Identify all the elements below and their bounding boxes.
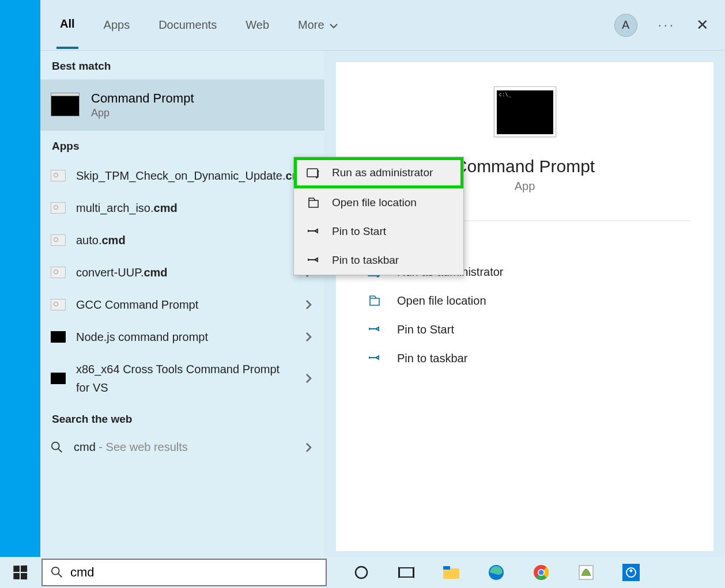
script-icon <box>51 234 66 246</box>
app-result[interactable]: auto.cmd <box>40 224 324 256</box>
app-result-label: Node.js command prompt <box>76 328 292 346</box>
folder-icon <box>368 294 383 307</box>
app-result[interactable]: convert-UUP.cmd <box>40 256 324 289</box>
preview-pane: Command Prompt App Open Run as administr… <box>336 62 713 551</box>
tab-more-label: More <box>298 18 324 32</box>
options-button[interactable]: ··· <box>658 18 675 33</box>
taskbar-explorer-icon[interactable] <box>442 563 460 582</box>
context-menu-item[interactable]: Pin to Start <box>294 217 463 246</box>
app-result-label: convert-UUP.cmd <box>76 263 292 282</box>
tab-documents[interactable]: Documents <box>155 2 220 48</box>
context-menu-label: Run as administrator <box>332 166 433 179</box>
chevron-right-icon <box>303 441 314 454</box>
search-icon <box>51 566 63 579</box>
results-column: Best match Command Prompt App Apps Skip_… <box>40 51 324 557</box>
preview-action-label: Pin to Start <box>397 323 454 336</box>
pin-icon <box>307 225 320 238</box>
tab-bar: All Apps Documents Web More A ··· ✕ <box>40 0 725 51</box>
taskbar-notepadpp-icon[interactable] <box>577 563 595 582</box>
search-icon <box>51 441 63 454</box>
app-result[interactable]: x86_x64 Cross Tools Command Prompt for V… <box>40 353 324 404</box>
context-menu-label: Pin to Start <box>332 225 386 238</box>
app-result[interactable]: GCC Command Prompt <box>40 289 324 321</box>
best-match-result[interactable]: Command Prompt App <box>40 79 324 131</box>
svg-rect-10 <box>443 566 450 570</box>
cmd-icon <box>51 373 66 384</box>
tab-all[interactable]: All <box>56 1 78 49</box>
script-icon <box>51 299 66 310</box>
preview-app-icon <box>494 86 556 137</box>
context-menu-label: Open file location <box>332 196 417 209</box>
taskbar <box>0 557 725 588</box>
app-result[interactable]: multi_arch_iso.cmd <box>40 192 324 224</box>
taskbar-search-box[interactable] <box>41 559 327 586</box>
script-icon <box>51 267 66 278</box>
preview-action[interactable]: Open file location <box>367 294 682 308</box>
preview-action[interactable]: Pin to Start <box>367 323 682 336</box>
chevron-right-icon <box>303 298 314 311</box>
web-result[interactable]: cmd - See web results <box>40 433 324 462</box>
web-result-label: cmd - See web results <box>74 441 292 454</box>
preview-title: Command Prompt <box>455 157 595 176</box>
svg-point-5 <box>356 567 367 578</box>
section-best-match: Best match <box>40 51 324 79</box>
section-apps: Apps <box>40 131 324 160</box>
chevron-right-icon <box>303 331 314 343</box>
pin-icon <box>368 323 383 336</box>
section-web: Search the web <box>40 404 324 433</box>
cmd-icon <box>51 94 80 116</box>
preview-action-label: Pin to taskbar <box>397 352 467 365</box>
context-menu-item[interactable]: Open file location <box>294 188 463 217</box>
best-match-title: Command Prompt <box>91 91 194 106</box>
admin-icon <box>307 166 320 179</box>
taskbar-chrome-icon[interactable] <box>532 563 550 582</box>
app-result-label: GCC Command Prompt <box>76 295 292 314</box>
taskbar-edge-icon[interactable] <box>487 563 505 582</box>
app-result-label: Skip_TPM_Check_on_Dynamic_Update.cmd <box>76 166 309 185</box>
svg-rect-9 <box>443 568 459 579</box>
taskbar-taskview-icon[interactable] <box>397 563 416 582</box>
folder-icon <box>307 196 320 209</box>
tab-more[interactable]: More <box>294 2 342 48</box>
taskbar-app-icon[interactable] <box>622 563 640 582</box>
start-search-panel: All Apps Documents Web More A ··· ✕ Best… <box>40 0 725 557</box>
context-menu: Run as administrator Open file location … <box>293 157 464 275</box>
taskbar-cortana-icon[interactable] <box>352 563 371 582</box>
search-input[interactable] <box>70 565 318 580</box>
chevron-right-icon <box>303 372 314 385</box>
context-menu-item[interactable]: Run as administrator <box>294 157 463 188</box>
chevron-down-icon <box>328 20 338 31</box>
svg-point-16 <box>539 570 544 575</box>
pin-icon <box>368 352 383 365</box>
preview-subtitle: App <box>515 180 535 193</box>
tab-web[interactable]: Web <box>242 2 273 48</box>
start-button[interactable] <box>0 557 40 588</box>
app-result-label: auto.cmd <box>76 231 292 249</box>
preview-action[interactable]: Pin to taskbar <box>367 351 682 365</box>
avatar[interactable]: A <box>614 14 637 37</box>
script-icon <box>51 170 66 181</box>
windows-logo-icon <box>13 566 27 579</box>
close-button[interactable]: ✕ <box>696 16 709 34</box>
pin-icon <box>307 254 320 267</box>
best-match-subtitle: App <box>91 107 194 119</box>
preview-action-label: Open file location <box>397 294 486 308</box>
cmd-icon <box>51 331 66 343</box>
app-result[interactable]: Skip_TPM_Check_on_Dynamic_Update.cmd <box>40 160 324 192</box>
context-menu-item[interactable]: Pin to taskbar <box>294 246 463 275</box>
context-menu-label: Pin to taskbar <box>332 254 399 267</box>
tab-apps[interactable]: Apps <box>100 2 134 48</box>
svg-rect-6 <box>399 568 413 577</box>
app-result-label: x86_x64 Cross Tools Command Prompt for V… <box>76 360 292 397</box>
app-result-label: multi_arch_iso.cmd <box>76 199 292 217</box>
script-icon <box>51 202 66 214</box>
app-result[interactable]: Node.js command prompt <box>40 321 324 353</box>
